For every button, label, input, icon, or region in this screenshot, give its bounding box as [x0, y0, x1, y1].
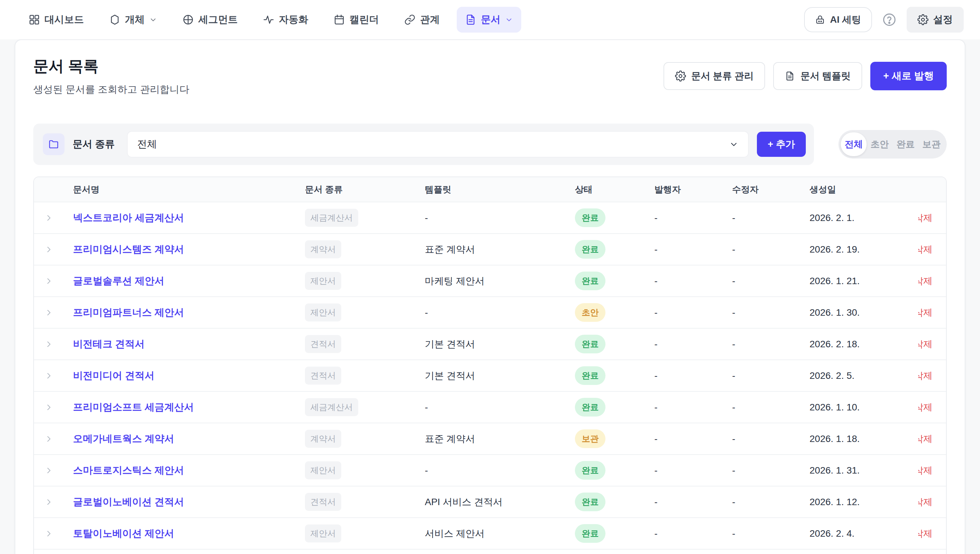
status-tab-초안[interactable]: 초안 [867, 132, 892, 156]
nav-item-개체[interactable]: 개체 [101, 7, 166, 33]
template-cell: - [425, 465, 575, 476]
created-date-cell: 2026. 2. 5. [809, 370, 918, 381]
delete-button[interactable]: 삭제 [918, 527, 932, 540]
ai-settings-button[interactable]: AI 세팅 [804, 7, 872, 32]
document-name-link[interactable]: 토탈이노베이션 제안서 [73, 528, 174, 539]
doc-template-label: 문서 템플릿 [800, 70, 851, 83]
table-row[interactable]: 스마트로지스틱스 제안서 제안서 - 완료 - - 2026. 1. 31. 삭… [34, 454, 946, 486]
doc-category-manage-label: 문서 분류 관리 [692, 70, 754, 83]
created-date-cell: 2026. 1. 21. [809, 275, 918, 287]
document-name-link[interactable]: 프리미엄파트너스 제안서 [73, 307, 184, 318]
created-date-cell: 2026. 1. 10. [809, 402, 918, 413]
delete-button[interactable]: 삭제 [918, 370, 932, 382]
doc-type-badge: 제안서 [305, 524, 341, 543]
dashboard-icon [29, 14, 40, 25]
status-tab-완료[interactable]: 완료 [893, 132, 919, 156]
doc-type-filter-label: 문서 종류 [73, 137, 115, 151]
document-name-link[interactable]: 비전미디어 견적서 [73, 370, 155, 381]
help-button[interactable] [882, 13, 897, 27]
doc-category-manage-button[interactable]: 문서 분류 관리 [663, 62, 765, 90]
table-row[interactable]: 넥스트코리아 세금계산서 세금계산서 - 완료 - - 2026. 2. 1. … [34, 202, 946, 233]
chevron-right-icon[interactable] [44, 276, 54, 286]
doc-type-badge: 견적서 [305, 493, 341, 511]
created-date-cell: 2026. 2. 19. [809, 244, 918, 255]
table-row[interactable]: 프리미엄시스템즈 계약서 계약서 표준 계약서 완료 - - 2026. 2. … [34, 233, 946, 265]
page-title: 문서 목록 [33, 57, 189, 75]
gear-icon [675, 71, 686, 81]
doc-template-button[interactable]: 문서 템플릿 [773, 62, 862, 90]
nav-item-캘린더[interactable]: 캘린더 [325, 7, 387, 33]
table-row[interactable]: 프리미엄파트너스 제안서 제안서 - 초안 - - 2026. 1. 30. 삭… [34, 296, 946, 328]
doc-type-badge: 제안서 [305, 461, 341, 479]
new-publish-button[interactable]: + 새로 발행 [870, 62, 947, 90]
publisher-cell: - [654, 212, 732, 223]
doc-type-badge: 견적서 [305, 367, 341, 385]
page-subtitle: 생성된 문서를 조회하고 관리합니다 [33, 83, 189, 96]
table-row[interactable]: 블루그룹 계약서 계약서 표준 계약서 완료 - - 2026. 2. 14. … [34, 549, 946, 554]
table-row[interactable]: 프리미엄소프트 세금계산서 세금계산서 - 완료 - - 2026. 1. 10… [34, 391, 946, 423]
doc-type-selected-value: 전체 [137, 137, 157, 151]
template-cell: - [425, 212, 575, 223]
chevron-right-icon[interactable] [44, 213, 54, 223]
chevron-right-icon[interactable] [44, 339, 54, 349]
document-name-link[interactable]: 넥스트코리아 세금계산서 [73, 212, 184, 223]
delete-button[interactable]: 삭제 [918, 307, 932, 319]
settings-button[interactable]: 설정 [907, 7, 964, 33]
documents-table: 문서명 문서 종류 템플릿 상태 발행자 수정자 생성일 넥스트코리아 세금계산… [33, 177, 947, 554]
col-header-type: 문서 종류 [305, 184, 425, 196]
nav-item-문서[interactable]: 문서 [457, 7, 521, 33]
chevron-right-icon[interactable] [44, 403, 54, 412]
document-name-link[interactable]: 글로벌솔루션 제안서 [73, 275, 164, 286]
chevron-right-icon[interactable] [44, 371, 54, 380]
nav-item-세그먼트[interactable]: 세그먼트 [174, 7, 246, 33]
chevron-right-icon[interactable] [44, 529, 54, 538]
status-badge: 완료 [575, 461, 606, 480]
delete-button[interactable]: 삭제 [918, 464, 932, 477]
document-name-link[interactable]: 오메가네트웍스 계약서 [73, 433, 174, 444]
delete-button[interactable]: 삭제 [918, 433, 932, 445]
chevron-right-icon[interactable] [44, 497, 54, 507]
nav-right-actions: AI 세팅 설정 [804, 7, 964, 33]
chevron-right-icon[interactable] [44, 308, 54, 317]
editor-cell: - [732, 275, 809, 287]
table-row[interactable]: 글로벌솔루션 제안서 제안서 마케팅 제안서 완료 - - 2026. 1. 2… [34, 265, 946, 296]
document-name-link[interactable]: 프리미엄시스템즈 계약서 [73, 244, 184, 255]
ai-settings-label: AI 세팅 [830, 13, 861, 26]
calendar-icon [333, 14, 345, 25]
publisher-cell: - [654, 307, 732, 318]
created-date-cell: 2026. 1. 31. [809, 465, 918, 476]
status-tab-전체[interactable]: 전체 [841, 132, 867, 156]
document-name-link[interactable]: 스마트로지스틱스 제안서 [73, 465, 184, 476]
delete-button[interactable]: 삭제 [918, 275, 932, 287]
delete-button[interactable]: 삭제 [918, 496, 932, 508]
nav-item-대시보드[interactable]: 대시보드 [21, 7, 92, 33]
nav-item-자동화[interactable]: 자동화 [255, 7, 317, 33]
delete-button[interactable]: 삭제 [918, 244, 932, 256]
table-row[interactable]: 오메가네트웍스 계약서 계약서 표준 계약서 보관 - - 2026. 1. 1… [34, 423, 946, 454]
add-doc-type-button[interactable]: + 추가 [757, 132, 806, 157]
doc-type-select[interactable]: 전체 [127, 131, 749, 158]
col-header-status: 상태 [575, 184, 654, 196]
delete-button[interactable]: 삭제 [918, 338, 932, 350]
chevron-right-icon[interactable] [44, 466, 54, 475]
nav-item-관계[interactable]: 관계 [396, 7, 448, 33]
table-row[interactable]: 비전미디어 견적서 견적서 기본 견적서 완료 - - 2026. 2. 5. … [34, 360, 946, 391]
document-name-link[interactable]: 글로벌이노베이션 견적서 [73, 496, 184, 507]
editor-cell: - [732, 244, 809, 255]
table-row[interactable]: 글로벌이노베이션 견적서 견적서 API 서비스 견적서 완료 - - 2026… [34, 486, 946, 517]
chevron-right-icon[interactable] [44, 245, 54, 254]
nav-item-label: 자동화 [279, 13, 308, 27]
editor-cell: - [732, 212, 809, 223]
created-date-cell: 2026. 1. 30. [809, 307, 918, 318]
delete-button[interactable]: 삭제 [918, 401, 932, 414]
status-tab-보관[interactable]: 보관 [919, 132, 944, 156]
table-row[interactable]: 비전테크 견적서 견적서 기본 견적서 완료 - - 2026. 2. 18. … [34, 328, 946, 360]
doc-type-filter-bar: 문서 종류 전체 + 추가 [33, 124, 814, 165]
chevron-right-icon[interactable] [44, 434, 54, 444]
document-name-link[interactable]: 비전테크 견적서 [73, 338, 145, 349]
publisher-cell: - [654, 497, 732, 508]
table-row[interactable]: 토탈이노베이션 제안서 제안서 서비스 제안서 완료 - - 2026. 2. … [34, 517, 946, 549]
document-name-link[interactable]: 프리미엄소프트 세금계산서 [73, 401, 194, 412]
col-header-editor: 수정자 [732, 184, 809, 196]
delete-button[interactable]: 삭제 [918, 212, 932, 224]
